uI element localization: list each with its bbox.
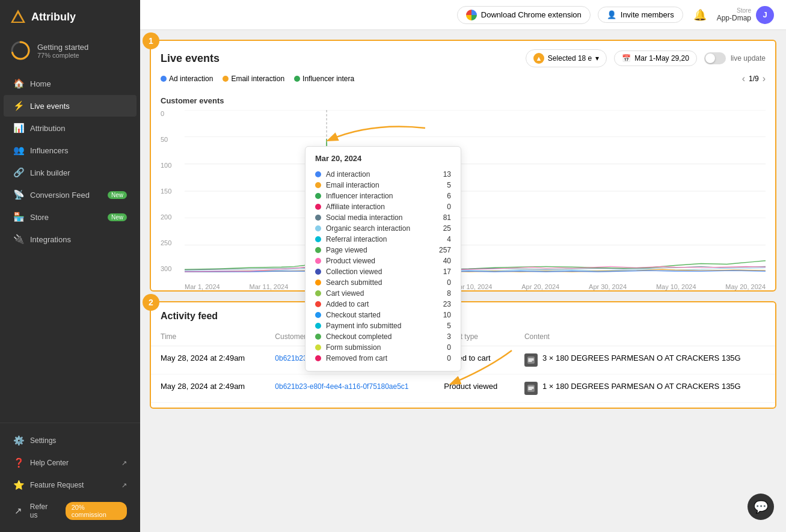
- sidebar-item-label: Influencers: [30, 146, 69, 155]
- chrome-extension-button[interactable]: Download Chrome extension: [457, 6, 591, 24]
- chart-inner: Mar 20, 2024 Ad interaction 13 Email int…: [185, 110, 766, 272]
- tooltip-dot: [315, 323, 321, 329]
- sidebar-item-conversion-feed[interactable]: 📡 Conversion Feed New: [4, 184, 137, 206]
- legend-prev-button[interactable]: ‹: [742, 73, 745, 84]
- panel-header: Live events ▲ Selected 18 e ▾ 📅 Mar 1-Ma…: [151, 41, 775, 73]
- table-row: May 28, 2024 at 2:49am 0b621b23-e80f-4ee…: [151, 346, 775, 375]
- getting-started-section[interactable]: Getting started 77% complete: [0, 34, 140, 67]
- sidebar-item-label: Conversion Feed: [30, 191, 90, 200]
- chat-button[interactable]: 💬: [748, 494, 774, 520]
- tooltip-value: 13: [433, 170, 451, 179]
- tooltip-dot: [315, 312, 321, 318]
- legend-next-button[interactable]: ›: [763, 73, 766, 84]
- tooltip-item: Email interaction 5: [315, 180, 451, 191]
- sidebar-item-influencers[interactable]: 👥 Influencers: [4, 139, 137, 161]
- store-icon: 🏪: [13, 212, 24, 222]
- sidebar-item-label: Feature Request: [30, 481, 84, 489]
- tooltip-label: Collection viewed: [326, 268, 428, 276]
- conversion-icon: 📡: [13, 189, 24, 200]
- tooltip-date: Mar 20, 2024: [315, 154, 451, 163]
- sidebar-bottom: ⚙️ Settings ❓ Help Center ↗ ⭐ Feature Re…: [0, 423, 140, 532]
- tooltip-label: Page viewed: [326, 246, 428, 254]
- tooltip-item: Referral interaction 4: [315, 234, 451, 245]
- tooltip-label: Search submitted: [326, 278, 428, 287]
- store-info: Store App-Dmap J: [717, 6, 774, 24]
- tooltip-label: Affiliate interaction: [326, 203, 428, 211]
- tooltip-dot: [315, 225, 321, 231]
- customer-link[interactable]: 0b621b23-e80f-4ee4-a116-0f75180ae5c1: [275, 382, 408, 391]
- tooltip-value: 3: [433, 332, 451, 341]
- tooltip-item: Form submission 0: [315, 342, 451, 353]
- progress-ring: [10, 40, 31, 61]
- app-logo: Attribuly: [0, 0, 140, 34]
- legend-dot: [223, 76, 229, 82]
- content-item: 3 × 180 DEGREES PARMESAN O AT CRACKERS 1…: [524, 353, 766, 367]
- tooltip-dot: [315, 193, 321, 199]
- sidebar-item-refer[interactable]: ↗ Refer us 20% commission: [4, 497, 137, 525]
- tooltip-label: Influencer interaction: [326, 192, 428, 200]
- tooltip-value: 8: [433, 289, 451, 298]
- tooltip-label: Payment info submitted: [326, 322, 428, 330]
- tooltip-label: Checkout started: [326, 311, 428, 319]
- event-filter-button[interactable]: ▲ Selected 18 e ▾: [526, 49, 607, 67]
- chart-legend: Ad interaction Email interaction Influen…: [151, 73, 775, 90]
- invite-members-button[interactable]: 👤 Invite members: [598, 7, 683, 23]
- live-events-panel: 1 Live events ▲ Selected 18 e ▾ 📅 Mar 1-…: [150, 40, 776, 292]
- sidebar-item-feature[interactable]: ⭐ Feature Request ↗: [4, 474, 137, 496]
- tooltip-item: Collection viewed 17: [315, 266, 451, 277]
- tooltip-item: Influencer interaction 6: [315, 191, 451, 201]
- sidebar: Attribuly Getting started 77% complete 🏠…: [0, 0, 140, 532]
- sidebar-item-help[interactable]: ❓ Help Center ↗: [4, 452, 137, 474]
- tooltip-items: Ad interaction 13 Email interaction 5 In…: [315, 169, 451, 364]
- tooltip-value: 10: [433, 311, 451, 319]
- cell-content: 1 × 180 DEGREES PARMESAN O AT CRACKERS 1…: [515, 375, 775, 403]
- tooltip-dot: [315, 269, 321, 275]
- tooltip-item: Checkout started 10: [315, 310, 451, 320]
- store-label: Store: [737, 7, 751, 14]
- cell-customer[interactable]: 0b621b23-e80f-4ee4-a116-0f75180ae5c1: [265, 375, 434, 403]
- sidebar-item-home[interactable]: 🏠 Home: [4, 73, 137, 94]
- tooltip-dot: [315, 344, 321, 350]
- user-avatar[interactable]: J: [756, 6, 774, 24]
- tooltip-value: 17: [433, 268, 451, 276]
- tooltip-dot: [315, 258, 321, 264]
- invite-btn-label: Invite members: [621, 10, 674, 19]
- product-name: 3 × 180 DEGREES PARMESAN O AT CRACKERS 1…: [542, 353, 741, 362]
- tooltip-item: Ad interaction 13: [315, 169, 451, 180]
- chart-svg: [185, 110, 766, 272]
- panel-title: Live events: [161, 52, 518, 65]
- sidebar-item-label: Live events: [30, 102, 70, 111]
- top-header: Download Chrome extension 👤 Invite membe…: [140, 0, 786, 30]
- filter-icon: ▲: [533, 53, 544, 64]
- legend-ad-interaction: Ad interaction: [161, 75, 213, 83]
- tooltip-dot: [315, 204, 321, 210]
- legend-page: 1/9: [749, 75, 759, 83]
- tooltip-label: Organic search interaction: [326, 224, 428, 233]
- panel-number-2: 2: [143, 294, 159, 311]
- tooltip-value: 81: [433, 213, 451, 222]
- tooltip-dot: [315, 290, 321, 296]
- col-content: Content: [515, 328, 775, 346]
- sidebar-item-label: Refer us: [30, 503, 57, 519]
- date-range-button[interactable]: 📅 Mar 1-May 29,20: [614, 50, 697, 66]
- product-icon: [524, 382, 538, 395]
- activity-table-body: May 28, 2024 at 2:49am 0b621b23-e80f-4ee…: [151, 346, 775, 403]
- sidebar-item-store[interactable]: 🏪 Store New: [4, 206, 137, 228]
- product-name: 1 × 180 DEGREES PARMESAN O AT CRACKERS 1…: [542, 382, 741, 391]
- cell-time: May 28, 2024 at 2:49am: [151, 375, 265, 403]
- toggle-knob: [705, 54, 715, 63]
- chevron-down-icon: ▾: [595, 54, 599, 63]
- tooltip-item: Page viewed 257: [315, 245, 451, 255]
- toggle-switch[interactable]: [704, 52, 726, 64]
- sidebar-item-live-events[interactable]: ⚡ Live events: [4, 95, 137, 117]
- notifications-button[interactable]: 🔔: [690, 5, 710, 25]
- sidebar-item-link-builder[interactable]: 🔗 Link builder: [4, 162, 137, 183]
- tooltip-value: 23: [433, 300, 451, 308]
- table-row: May 28, 2024 at 2:49am 0b621b23-e80f-4ee…: [151, 375, 775, 403]
- tooltip-item: Affiliate interaction 0: [315, 201, 451, 212]
- sidebar-item-integrations[interactable]: 🔌 Integrations: [4, 228, 137, 250]
- sidebar-item-label: Attribution: [30, 124, 66, 133]
- sidebar-item-settings[interactable]: ⚙️ Settings: [4, 430, 137, 451]
- table-header: Time Customer Event type Content: [151, 328, 775, 346]
- sidebar-item-attribution[interactable]: 📊 Attribution: [4, 117, 137, 139]
